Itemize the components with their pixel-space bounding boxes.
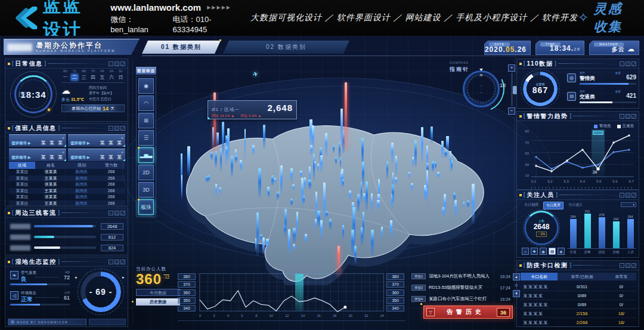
expand-icon[interactable]: ⤢ (631, 114, 636, 119)
window-icon[interactable]: ▢ (626, 61, 630, 66)
minimize-icon[interactable]: − (109, 211, 113, 215)
minimize-icon[interactable]: − (620, 263, 624, 268)
weekday-item[interactable]: SU日 (117, 70, 125, 81)
header-tab[interactable]: 01 数据类别 (142, 41, 221, 54)
weather-cloud-icon: ☁ (61, 85, 89, 96)
scroll-down-icon[interactable]: ▼ (513, 290, 520, 297)
focus-filter-icon[interactable]: ✚ (531, 248, 538, 255)
layer-button[interactable]: 板块 (138, 199, 154, 215)
window-icon[interactable]: ▢ (626, 263, 630, 268)
legend-item[interactable]: 警情类 (594, 124, 611, 129)
alert-history-banner[interactable]: ▽ 告警历史 36 (423, 306, 513, 319)
layer-button[interactable]: ◠ (138, 95, 154, 111)
duty-leader-card[interactable]: 值班领导 ▶⋯ ⊗某 某 某 (9, 149, 66, 161)
redacted-line-label (10, 224, 30, 229)
focus-filter-icon[interactable]: ▤ (549, 248, 556, 255)
alert-row[interactable]: 类型2 RD13-53烟感报警疑似火灾 17:24 (411, 283, 510, 292)
header-tab[interactable]: 02 数据类别 (223, 41, 349, 54)
office-chart-svg (200, 274, 383, 311)
minimize-icon[interactable]: − (109, 61, 113, 66)
alert-row[interactable]: 类型1 湿地3-104片区有不明人员闯入 19:24 (411, 272, 510, 281)
alert-type-tag: 类型4 (411, 296, 426, 302)
window-icon[interactable]: ▢ (114, 211, 119, 215)
tab-dot-decoration (219, 39, 221, 41)
inspiration-collect[interactable]: ✧ 灵感收集 (578, 0, 626, 36)
trend-legend: 警情类交通类 (594, 124, 634, 129)
compass-dial[interactable]: N ︿·﹀ (463, 70, 500, 107)
layer-button[interactable]: 2D (138, 165, 154, 180)
minimize-icon[interactable]: − (620, 114, 624, 119)
office-y-axis-left: 380370360350340 (178, 273, 196, 312)
expand-icon[interactable]: ⤢ (631, 193, 636, 198)
region-map[interactable] (150, 106, 518, 285)
duty-table-row: 某某区张某某副局长268 (9, 194, 125, 201)
scroll-up-icon[interactable]: ▲ (513, 273, 520, 280)
office-count-value: 360 (136, 272, 162, 286)
dropdown-select[interactable]: ▾ (621, 202, 636, 207)
zoom-out-button[interactable]: − (508, 107, 515, 115)
bar-fill (627, 219, 634, 248)
duty-leader-card[interactable]: 值班领导 ▶⋯ ⊗某 某 某 (68, 149, 125, 161)
layer-button[interactable]: ☰ (138, 130, 154, 146)
y-tick-label: 50 (519, 152, 529, 155)
panel-checkpoint: [防疫卡口检测]······ −▢⤢ 卡口名称异常/已检测异常车 某某某某某0/… (516, 260, 639, 327)
focus-filter-icon[interactable]: ◈ (558, 248, 565, 255)
focus-bar: 264 (624, 215, 636, 248)
expand-icon[interactable]: ⤢ (120, 260, 125, 264)
office-line-chart[interactable] (199, 273, 384, 312)
layer-button[interactable]: ▂▅▃ (138, 147, 154, 163)
minimize-icon[interactable]: − (620, 61, 624, 66)
minimize-icon[interactable]: − (620, 193, 624, 198)
gauge-left-arrow[interactable]: ◂ (75, 275, 77, 280)
zoom-in-button[interactable]: + (508, 64, 515, 72)
expand-icon[interactable]: ⤢ (120, 61, 125, 66)
weekday-item[interactable]: SA六 (108, 70, 116, 81)
trend-plot[interactable]: ﹀ 24 (531, 129, 634, 177)
weekday-item[interactable]: MO一 (61, 70, 69, 81)
duty-leader-card[interactable]: 值班领导 ▶⋯ ⊗某 某 某 (9, 134, 66, 147)
minimize-icon[interactable]: − (109, 126, 113, 131)
window-icon[interactable]: ▢ (626, 193, 630, 198)
zoom-track[interactable] (511, 73, 513, 106)
expand-icon[interactable]: ⤢ (120, 211, 125, 215)
weekday-item[interactable]: TH四 (89, 70, 97, 81)
layer-button[interactable]: 3D (138, 182, 154, 198)
legend-item[interactable]: 交通类 (617, 124, 634, 129)
website-link[interactable]: www.lanlanwork.com (110, 2, 201, 13)
window-icon[interactable]: ▢ (626, 114, 630, 119)
office-stats: 当前办公人数 360 -12 今日数据 历史数据 (136, 266, 184, 306)
made-by-bar: ⚙MADE BY NEHOMMICOR (8, 319, 86, 325)
noise-status: 正常 (21, 295, 33, 304)
history-data-button[interactable]: 历史数据 (136, 298, 180, 306)
duty-leader-card[interactable]: 值班领导 ▶⋯ ⊗某 某 某 (68, 134, 125, 147)
sparkle-icon: ✧ (578, 10, 589, 26)
focus-filter-icon[interactable]: ⌂ (522, 248, 529, 255)
window-icon[interactable]: ▢ (114, 61, 119, 66)
focus-tab[interactable]: 当日离开 (543, 202, 564, 209)
focus-tab[interactable]: 当日期间 (522, 202, 541, 209)
x-tick-label: 6 (242, 314, 243, 317)
minimize-icon[interactable]: − (109, 260, 113, 264)
expand-icon[interactable]: ⤢ (631, 61, 636, 66)
gauge-right-arrow[interactable]: ▸ (122, 275, 125, 280)
map-zoom-slider[interactable]: + − (508, 64, 516, 115)
layer-button[interactable]: ⊞ (138, 113, 154, 128)
weekday-item[interactable]: FR五 (98, 70, 106, 81)
map-marker-icon[interactable]: ✈ (252, 70, 259, 79)
expand-icon[interactable]: ⤢ (120, 126, 125, 131)
office-baseline (178, 320, 405, 321)
alert-history-count: 36 (497, 308, 510, 317)
y-tick-box: 360 (386, 289, 404, 296)
map-surface (187, 126, 484, 282)
alert-type-tag: 类型2 (411, 285, 426, 291)
weekday-item[interactable]: TU二 (71, 70, 79, 81)
today-data-button[interactable]: 今日数据 (136, 289, 180, 296)
time-segment: TIME 18:34.29 (535, 41, 584, 55)
focus-filter-icon[interactable]: ◉ (540, 248, 547, 255)
alert-row[interactable]: 类型4 某路口有小汽车连闯三个红灯 19:24 (411, 294, 510, 304)
layer-button[interactable]: ◉ (138, 78, 154, 94)
expand-icon[interactable]: ⤢ (631, 263, 636, 268)
window-icon[interactable]: ▢ (114, 260, 119, 264)
weekday-item[interactable]: WE三 (80, 70, 88, 81)
window-icon[interactable]: ▢ (114, 126, 119, 131)
